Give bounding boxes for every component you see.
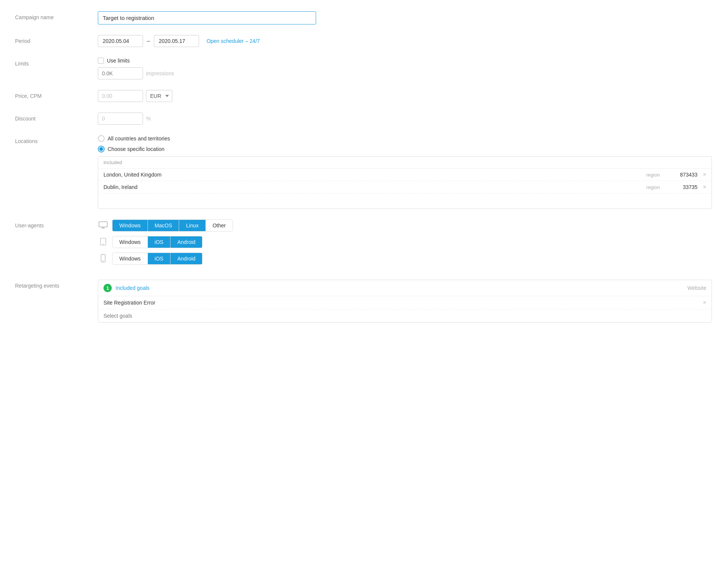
location-search-input[interactable] bbox=[98, 195, 712, 207]
campaign-name-label: Campaign name bbox=[15, 11, 98, 20]
tablet-icon bbox=[98, 238, 108, 247]
period-field: – Open scheduler – 24/7 bbox=[98, 35, 712, 47]
impressions-unit: impressions bbox=[146, 70, 174, 76]
campaign-name-row: Campaign name bbox=[15, 11, 712, 24]
location-option-all[interactable]: All countries and territories bbox=[98, 135, 712, 142]
retargeting-row: Retargeting events 1 Included goals Webs… bbox=[15, 280, 712, 323]
discount-label: Discount bbox=[15, 113, 98, 122]
use-limits-label: Use limits bbox=[107, 58, 130, 64]
location-type: region bbox=[646, 172, 660, 178]
table-row: London, United Kingdom region 873433 × bbox=[98, 169, 712, 181]
desktop-windows-button[interactable]: Windows bbox=[113, 220, 148, 231]
select-goals-input[interactable] bbox=[98, 309, 712, 322]
discount-input[interactable] bbox=[98, 113, 143, 125]
mobile-ua-row: Windows iOS Android bbox=[98, 253, 712, 265]
desktop-btn-group: Windows MacOS Linux Other bbox=[112, 219, 233, 232]
table-row: Dublin, Ireland region 33735 × bbox=[98, 181, 712, 193]
remove-retargeting-button[interactable]: × bbox=[703, 300, 706, 306]
mobile-android-button[interactable]: Android bbox=[170, 253, 202, 264]
radio-all-countries[interactable] bbox=[98, 135, 105, 142]
tablet-windows-button[interactable]: Windows bbox=[113, 236, 148, 248]
mobile-ios-button[interactable]: iOS bbox=[148, 253, 170, 264]
scheduler-link[interactable]: Open scheduler – 24/7 bbox=[207, 38, 260, 44]
tablet-ios-button[interactable]: iOS bbox=[148, 236, 170, 248]
tablet-ua-row: Windows iOS Android bbox=[98, 236, 712, 248]
radio-specific-location[interactable] bbox=[98, 146, 105, 152]
limits-label: Limits bbox=[15, 58, 98, 67]
remove-location-button[interactable]: × bbox=[703, 184, 706, 190]
location-option-specific[interactable]: Choose specific location bbox=[98, 146, 712, 152]
mobile-icon bbox=[98, 254, 108, 264]
locations-label: Locations bbox=[15, 135, 98, 144]
limits-row: Limits Use limits impressions bbox=[15, 58, 712, 79]
retargeting-badge: 1 bbox=[103, 284, 112, 292]
desktop-ua-row: Windows MacOS Linux Other bbox=[98, 219, 712, 232]
location-name: London, United Kingdom bbox=[103, 172, 646, 178]
period-label: Period bbox=[15, 35, 98, 44]
location-option1-label: All countries and territories bbox=[108, 136, 170, 142]
location-count: 33735 bbox=[671, 184, 698, 190]
tablet-btn-group: Windows iOS Android bbox=[112, 236, 202, 248]
location-count: 873433 bbox=[671, 172, 698, 178]
svg-point-4 bbox=[103, 244, 103, 244]
retargeting-field: 1 Included goals Website Site Registrati… bbox=[98, 280, 712, 323]
desktop-icon bbox=[98, 221, 108, 230]
discount-field: % bbox=[98, 113, 712, 125]
period-end-input[interactable] bbox=[154, 35, 199, 47]
remove-location-button[interactable]: × bbox=[703, 172, 706, 178]
user-agents-row: User-agents Windows MacOS Linux Other bbox=[15, 219, 712, 269]
retargeting-label: Retargeting events bbox=[15, 280, 98, 289]
location-box: Included London, United Kingdom region 8… bbox=[98, 156, 712, 209]
svg-point-6 bbox=[103, 260, 103, 261]
retargeting-box: 1 Included goals Website Site Registrati… bbox=[98, 280, 712, 323]
period-dash: – bbox=[147, 38, 150, 44]
location-option2-label: Choose specific location bbox=[108, 146, 164, 152]
mobile-btn-group: Windows iOS Android bbox=[112, 253, 202, 265]
locations-row: Locations All countries and territories … bbox=[15, 135, 712, 209]
use-limits-checkbox[interactable] bbox=[98, 58, 104, 64]
desktop-macos-button[interactable]: MacOS bbox=[148, 220, 179, 231]
price-input[interactable] bbox=[98, 90, 143, 102]
discount-unit: % bbox=[146, 116, 151, 122]
svg-rect-3 bbox=[100, 238, 106, 245]
impressions-input[interactable] bbox=[98, 67, 143, 79]
svg-rect-5 bbox=[101, 254, 105, 262]
location-name: Dublin, Ireland bbox=[103, 184, 646, 190]
desktop-other-button[interactable]: Other bbox=[206, 220, 233, 231]
price-row: Price, CPM EUR USD GBP bbox=[15, 90, 712, 102]
locations-field: All countries and territories Choose spe… bbox=[98, 135, 712, 209]
website-column-label: Website bbox=[687, 285, 706, 291]
period-row: Period – Open scheduler – 24/7 bbox=[15, 35, 712, 47]
retargeting-header: 1 Included goals Website bbox=[98, 280, 712, 296]
tablet-android-button[interactable]: Android bbox=[170, 236, 202, 248]
user-agents-label: User-agents bbox=[15, 219, 98, 228]
location-header: Included bbox=[98, 157, 712, 169]
discount-row: Discount % bbox=[15, 113, 712, 125]
desktop-linux-button[interactable]: Linux bbox=[179, 220, 205, 231]
price-label: Price, CPM bbox=[15, 90, 98, 99]
limits-field: Use limits impressions bbox=[98, 58, 712, 79]
campaign-name-field bbox=[98, 11, 712, 24]
period-start-input[interactable] bbox=[98, 35, 143, 47]
currency-select[interactable]: EUR USD GBP bbox=[146, 90, 172, 102]
price-field: EUR USD GBP bbox=[98, 90, 712, 102]
retargeting-item: Site Registration Error × bbox=[98, 296, 712, 309]
svg-rect-0 bbox=[99, 222, 107, 227]
retargeting-item-name: Site Registration Error bbox=[103, 300, 703, 306]
user-agents-field: Windows MacOS Linux Other Windows iOS An… bbox=[98, 219, 712, 269]
location-type: region bbox=[646, 184, 660, 190]
mobile-windows-button[interactable]: Windows bbox=[113, 253, 148, 264]
included-goals-label: Included goals bbox=[116, 285, 684, 291]
campaign-name-input[interactable] bbox=[98, 11, 316, 24]
